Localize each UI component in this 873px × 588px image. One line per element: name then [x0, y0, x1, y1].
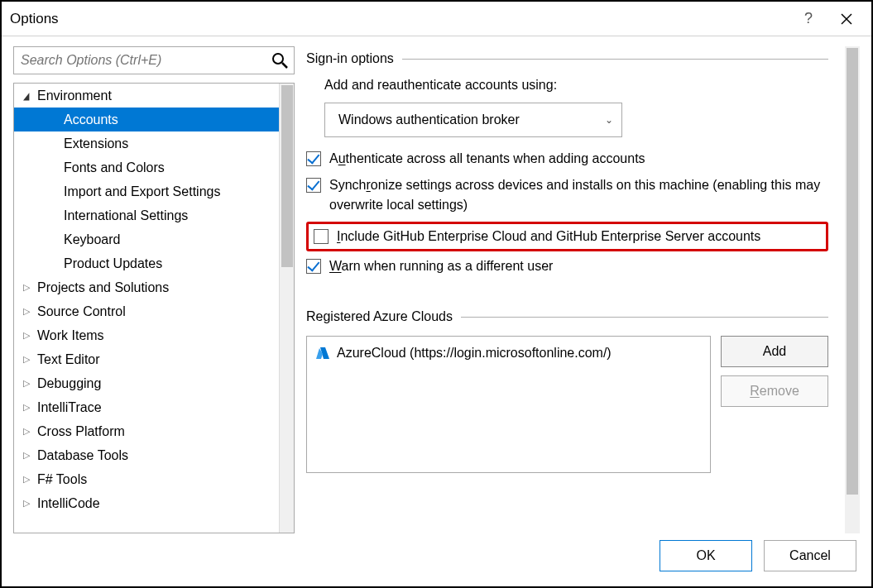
tree-item-text-editor[interactable]: ▷Text Editor [14, 347, 279, 371]
tree-item-international-settings[interactable]: International Settings [14, 203, 279, 227]
tree-item-keyboard[interactable]: Keyboard [14, 227, 279, 251]
ghe-highlight: Include GitHub Enterprise Cloud and GitH… [306, 222, 828, 251]
azure-add-button[interactable]: Add [721, 336, 828, 367]
window-title: Options [10, 11, 792, 27]
azure-group-label: Registered Azure Clouds [306, 309, 453, 324]
help-button[interactable]: ? [792, 2, 825, 36]
ok-button[interactable]: OK [660, 540, 752, 571]
rightpanel-scrollbar[interactable] [845, 46, 860, 533]
tree-item-environment[interactable]: ◢Environment [14, 84, 279, 108]
tree-item-label: F# Tools [37, 472, 87, 487]
close-icon [841, 13, 852, 25]
tree-scroll-thumb[interactable] [281, 85, 293, 267]
chevron-right-icon: ▷ [21, 330, 32, 341]
tree-item-cross-platform[interactable]: ▷Cross Platform [14, 419, 279, 443]
tree-item-accounts[interactable]: Accounts [14, 108, 279, 131]
tree-item-intellicode[interactable]: ▷IntelliCode [14, 491, 279, 515]
include-ghe-checkbox[interactable] [314, 229, 329, 244]
chevron-right-icon: ▷ [21, 378, 32, 389]
auth-broker-value: Windows authentication broker [338, 112, 520, 127]
svg-line-3 [282, 63, 287, 68]
auth-broker-combo[interactable]: Windows authentication broker ⌄ [324, 103, 622, 137]
tree-item-label: Source Control [37, 304, 126, 319]
authenticate-tenants-checkbox[interactable] [306, 151, 321, 166]
tree-item-label: IntelliCode [37, 496, 100, 511]
azure-icon [315, 346, 330, 361]
tree-item-label: Database Tools [37, 448, 128, 463]
close-button[interactable] [830, 2, 863, 36]
include-ghe-row[interactable]: Include GitHub Enterprise Cloud and GitH… [314, 227, 821, 246]
tree-item-label: Work Items [37, 328, 104, 343]
chevron-right-icon: ▷ [21, 402, 32, 413]
chevron-right-icon: ▷ [21, 450, 32, 461]
tree-item-product-updates[interactable]: Product Updates [14, 251, 279, 275]
search-icon [271, 52, 288, 69]
azure-cloud-item[interactable]: AzureCloud (https://login.microsoftonlin… [315, 342, 702, 365]
tree-item-label: Text Editor [37, 352, 100, 367]
tree-item-label: International Settings [64, 208, 188, 223]
tree-item-label: Projects and Solutions [37, 280, 169, 295]
chevron-down-icon: ⌄ [605, 114, 613, 126]
tree-item-label: Extensions [64, 136, 128, 151]
titlebar: Options ? [2, 2, 871, 36]
search-input[interactable] [13, 46, 295, 74]
chevron-right-icon: ▷ [21, 474, 32, 485]
tree-item-intellitrace[interactable]: ▷IntelliTrace [14, 395, 279, 419]
tree-item-extensions[interactable]: Extensions [14, 131, 279, 155]
tree-item-source-control[interactable]: ▷Source Control [14, 299, 279, 323]
options-tree: ◢EnvironmentAccountsExtensionsFonts and … [13, 83, 295, 533]
warn-different-user-row[interactable]: Warn when running as a different user [306, 256, 828, 276]
tree-item-label: Product Updates [64, 256, 162, 271]
synchronize-settings-row[interactable]: Synchronize settings across devices and … [306, 175, 828, 215]
dialog-footer: OK Cancel [2, 533, 871, 586]
chevron-down-icon: ◢ [22, 90, 31, 102]
signin-group-header: Sign-in options [306, 51, 828, 66]
azure-cloud-label: AzureCloud (https://login.microsoftonlin… [337, 346, 612, 361]
tree-item-import-and-export-settings[interactable]: Import and Export Settings [14, 179, 279, 203]
tree-item-fonts-and-colors[interactable]: Fonts and Colors [14, 155, 279, 179]
cancel-button[interactable]: Cancel [764, 540, 856, 571]
warn-different-user-checkbox[interactable] [306, 259, 321, 274]
svg-point-2 [273, 54, 283, 64]
tree-item-label: Environment [37, 88, 112, 103]
tree-item-f-tools[interactable]: ▷F# Tools [14, 467, 279, 491]
rightpanel-scroll-thumb[interactable] [847, 48, 858, 495]
chevron-right-icon: ▷ [21, 354, 32, 365]
tree-item-debugging[interactable]: ▷Debugging [14, 371, 279, 395]
tree-item-database-tools[interactable]: ▷Database Tools [14, 443, 279, 467]
chevron-right-icon: ▷ [21, 282, 32, 293]
azure-clouds-list[interactable]: AzureCloud (https://login.microsoftonlin… [306, 336, 711, 473]
tree-item-label: Debugging [37, 376, 101, 391]
tree-item-label: Import and Export Settings [64, 184, 220, 199]
tree-item-label: Cross Platform [37, 424, 125, 439]
chevron-right-icon: ▷ [21, 426, 32, 437]
tree-scrollbar[interactable] [279, 84, 294, 533]
authenticate-tenants-row[interactable]: Authenticate across all tenants when add… [306, 149, 828, 169]
tree-item-projects-and-solutions[interactable]: ▷Projects and Solutions [14, 275, 279, 299]
tree-item-label: Accounts [64, 112, 118, 127]
tree-item-label: Keyboard [64, 232, 121, 247]
search-wrap [13, 46, 295, 74]
chevron-right-icon: ▷ [21, 306, 32, 317]
signin-group-label: Sign-in options [306, 51, 394, 66]
chevron-right-icon: ▷ [21, 498, 32, 509]
synchronize-settings-checkbox[interactable] [306, 178, 321, 193]
signin-subtitle: Add and reauthenticate accounts using: [324, 78, 828, 93]
tree-item-label: IntelliTrace [37, 400, 102, 415]
tree-item-work-items[interactable]: ▷Work Items [14, 323, 279, 347]
azure-group-header: Registered Azure Clouds [306, 309, 828, 324]
tree-item-label: Fonts and Colors [64, 160, 165, 175]
azure-remove-button: Remove [721, 375, 828, 407]
